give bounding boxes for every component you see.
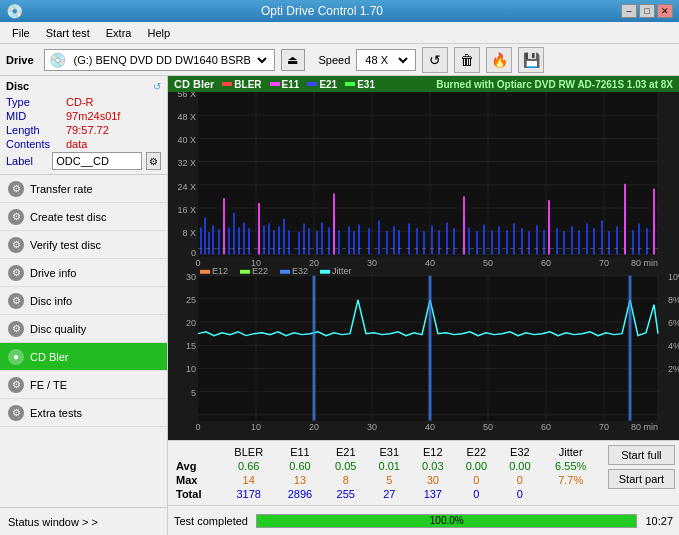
max-e22: 0 (455, 473, 499, 487)
svg-rect-80 (498, 226, 500, 254)
disc-contents-label: Contents (6, 138, 66, 150)
progress-bar: 100.0% (256, 514, 637, 528)
svg-rect-56 (321, 223, 323, 255)
svg-rect-104 (333, 194, 335, 255)
col-header-empty (172, 445, 222, 459)
speed-select-container[interactable]: 48 X 40 X 32 X 24 X (356, 49, 416, 71)
total-e12: 137 (411, 487, 455, 501)
start-buttons: Start full Start part (608, 445, 675, 501)
svg-rect-77 (476, 231, 478, 254)
svg-rect-86 (543, 230, 545, 254)
svg-rect-61 (353, 231, 355, 254)
svg-rect-91 (578, 230, 580, 254)
svg-text:80 min: 80 min (631, 422, 658, 432)
data-table: BLER E11 E21 E31 E12 E22 E32 Jitter Avg (172, 445, 600, 501)
svg-text:20: 20 (309, 422, 319, 432)
start-full-button[interactable]: Start full (608, 445, 675, 465)
row-label-max: Max (172, 473, 222, 487)
drive-dropdown[interactable]: (G:) BENQ DVD DD DW1640 BSRB (70, 53, 270, 67)
sidebar-item-disc-info[interactable]: ⚙ Disc info (0, 287, 167, 315)
svg-text:0: 0 (191, 248, 196, 258)
svg-rect-70 (423, 231, 425, 254)
disc-info-icon: ⚙ (8, 293, 24, 309)
svg-rect-102 (223, 198, 225, 254)
sidebar-item-transfer-rate[interactable]: ⚙ Transfer rate (0, 175, 167, 203)
max-e12: 30 (411, 473, 455, 487)
disc-label-row: Label ⚙ (6, 152, 161, 170)
svg-rect-89 (563, 231, 565, 254)
svg-rect-78 (483, 224, 485, 254)
sidebar-item-extra-tests[interactable]: ⚙ Extra tests (0, 399, 167, 427)
svg-rect-64 (378, 221, 380, 255)
sidebar-item-cd-bler[interactable]: ● CD Bler (0, 343, 167, 371)
status-window-button[interactable]: Status window > > (0, 507, 167, 535)
svg-rect-0 (198, 92, 658, 256)
avg-jitter: 6.55% (542, 459, 600, 473)
statusbar: Test completed 100.0% 10:27 (168, 505, 679, 535)
avg-e21: 0.05 (324, 459, 368, 473)
app-title: Opti Drive Control 1.70 (23, 4, 621, 18)
svg-text:60: 60 (541, 422, 551, 432)
disc-label-edit-button[interactable]: ⚙ (146, 152, 161, 170)
verify-test-disc-icon: ⚙ (8, 237, 24, 253)
sidebar-item-verify-test-disc[interactable]: ⚙ Verify test disc (0, 231, 167, 259)
sidebar-item-fe-te[interactable]: ⚙ FE / TE (0, 371, 167, 399)
svg-rect-95 (608, 231, 610, 254)
col-header-e31: E31 (368, 445, 412, 459)
menu-starttest[interactable]: Start test (38, 25, 98, 41)
svg-text:8 X: 8 X (182, 228, 196, 238)
svg-text:0: 0 (195, 258, 200, 268)
legend-e11-color (270, 82, 280, 86)
svg-text:60: 60 (541, 258, 551, 268)
svg-text:32 X: 32 X (177, 159, 196, 169)
minimize-button[interactable]: – (621, 4, 637, 18)
max-e31: 5 (368, 473, 412, 487)
svg-rect-93 (593, 228, 595, 254)
svg-rect-79 (491, 230, 493, 254)
sidebar-label-extra-tests: Extra tests (30, 407, 82, 419)
row-label-total: Total (172, 487, 222, 501)
drive-eject-button[interactable]: ⏏ (281, 49, 305, 71)
sidebar-item-create-test-disc[interactable]: ⚙ Create test disc (0, 203, 167, 231)
svg-text:50: 50 (483, 258, 493, 268)
svg-rect-108 (653, 189, 655, 255)
avg-e22: 0.00 (455, 459, 499, 473)
maximize-button[interactable]: □ (639, 4, 655, 18)
progress-text: 100.0% (257, 515, 636, 527)
disc-label-key: Label (6, 155, 48, 167)
max-bler: 14 (222, 473, 276, 487)
svg-rect-76 (468, 227, 470, 254)
menu-file[interactable]: File (4, 25, 38, 41)
sidebar-item-disc-quality[interactable]: ⚙ Disc quality (0, 315, 167, 343)
svg-text:Jitter: Jitter (332, 266, 352, 276)
svg-rect-110 (198, 276, 658, 421)
burn-button[interactable]: 🔥 (486, 47, 512, 73)
start-part-button[interactable]: Start part (608, 469, 675, 489)
svg-rect-62 (358, 224, 360, 254)
sidebar-label-disc-info: Disc info (30, 295, 72, 307)
disc-refresh-button[interactable]: ↺ (153, 81, 161, 92)
sidebar-item-drive-info[interactable]: ⚙ Drive info (0, 259, 167, 287)
avg-e12: 0.03 (411, 459, 455, 473)
drive-select-container[interactable]: 💿 (G:) BENQ DVD DD DW1640 BSRB (44, 49, 275, 71)
max-jitter: 7.7% (542, 473, 600, 487)
svg-rect-152 (320, 270, 330, 274)
svg-rect-42 (238, 227, 240, 254)
erase-button[interactable]: 🗑 (454, 47, 480, 73)
col-header-jitter: Jitter (542, 445, 600, 459)
refresh-button[interactable]: ↺ (422, 47, 448, 73)
close-button[interactable]: ✕ (657, 4, 673, 18)
row-label-avg: Avg (172, 459, 222, 473)
svg-rect-98 (632, 230, 634, 254)
svg-rect-146 (200, 270, 210, 274)
svg-rect-94 (601, 221, 603, 255)
svg-rect-36 (208, 232, 210, 254)
speed-dropdown[interactable]: 48 X 40 X 32 X 24 X (361, 53, 411, 67)
transfer-rate-icon: ⚙ (8, 181, 24, 197)
svg-rect-82 (513, 223, 515, 254)
disc-label-input[interactable] (52, 152, 142, 170)
menu-help[interactable]: Help (139, 25, 178, 41)
menu-extra[interactable]: Extra (98, 25, 140, 41)
total-e31: 27 (368, 487, 412, 501)
save-button[interactable]: 💾 (518, 47, 544, 73)
